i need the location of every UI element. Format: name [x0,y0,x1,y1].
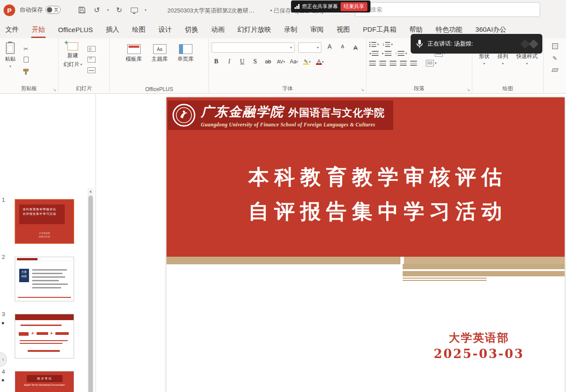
reset-slide-icon[interactable] [87,55,96,63]
menu-tab-pdf-tools[interactable]: PDF工具箱 [362,21,397,38]
page-library-icon [179,44,192,54]
underline-button[interactable]: U [237,57,247,67]
menu-tab-slideshow[interactable]: 幻灯片放映 [237,21,271,38]
search-input[interactable] [370,6,522,13]
scrollbar-thumb[interactable] [88,196,93,392]
bold-button[interactable]: B [212,57,221,67]
menu-tab-draw[interactable]: 绘图 [132,21,146,38]
menu-tab-animations[interactable]: 动画 [211,21,225,38]
copy-icon[interactable] [21,55,30,63]
text-shadow-button[interactable]: S [250,57,260,67]
italic-button[interactable]: I [225,57,234,67]
numbered-list-button[interactable]: 1▾ [383,42,393,47]
menu-tab-home[interactable]: 开始 [31,21,46,38]
tan-stripe-left [166,257,400,264]
tan-stripe-right [404,257,565,264]
eraser-icon[interactable] [550,66,559,74]
indent-lines-icon [385,51,391,56]
columns-button[interactable]: ▾ [426,60,437,67]
new-slide-button[interactable]: 新建 幻灯片 ▾ [61,41,84,85]
menu-tab-record[interactable]: 录制 [283,21,298,38]
theme-library-button[interactable]: Aa 主题库 [150,43,170,85]
character-spacing-button[interactable]: AV▾ [276,57,286,67]
paragraph-dialog-launcher-icon[interactable]: ↘ [466,88,470,92]
menu-tab-design[interactable]: 设计 [158,21,172,38]
slide-thumbnail-1[interactable]: 本科教育教学审核评估 自评报告集中学习活动 大学英语部 2025-03-03 [15,199,74,244]
change-case-button[interactable]: Aa▾ [289,57,299,67]
undo-dropdown-icon[interactable]: ▾ [107,8,109,12]
undo-icon[interactable]: ↺ [92,4,102,16]
template-library-button[interactable]: 模板库 [124,43,144,85]
new-slide-dropdown-icon[interactable]: ▾ [80,63,82,67]
slide-title-textbox[interactable]: 本科教育教学审核评估 自评报告集中学习活动 [166,163,565,225]
clipboard-dialog-launcher-icon[interactable]: ↘ [53,88,56,92]
slide-layout-icon[interactable] [87,45,96,53]
font-dialog-launcher-icon[interactable]: ↘ [361,88,364,92]
thin-line-1 [403,278,487,279]
font-size-combo[interactable]: ▾ [298,42,321,53]
theme-library-icon: Aa [153,44,166,54]
scroll-up-icon[interactable]: ▲ [87,189,94,193]
slide-1-canvas[interactable]: 广东金融学院 外国语言与文化学院 Guangdong University of… [166,97,565,392]
slide-thumbnail-3[interactable]: + + [15,314,74,359]
menu-tab-officeplus[interactable]: OfficePLUS [58,22,93,38]
search-box[interactable] [355,2,540,17]
ink-pen-icon[interactable]: ✎ [550,54,559,62]
fill-bucket-icon[interactable] [550,42,559,50]
line-spacing-button[interactable]: ↕▾ [395,51,407,56]
clear-formatting-button[interactable]: A [351,43,360,53]
paste-dropdown-icon[interactable]: ▾ [9,64,11,68]
document-title[interactable]: 20250303大学英语部第2次教研… [167,7,254,15]
thumbnail-scrollbar[interactable]: ▲ [87,188,94,392]
ribbon-group-extra: ✎ [544,38,565,93]
highlight-color-button[interactable]: ✎▾ [302,57,312,67]
font-color-button[interactable]: A▾ [315,57,325,67]
bullet-dropdown-icon: ▾ [377,42,379,46]
redo-icon[interactable]: ↻ [114,4,124,16]
menu-tab-review[interactable]: 审阅 [310,21,324,38]
increase-font-button[interactable]: Aˆ [325,43,334,53]
thumb-decor [21,325,62,326]
powerpoint-app-icon: P [4,4,15,16]
align-left-button[interactable] [369,61,376,66]
present-icon[interactable] [129,4,139,16]
justify-button[interactable] [400,61,407,66]
decrease-indent-button[interactable]: ◂ [369,51,379,56]
thumb2-header [15,257,74,261]
menu-tab-view[interactable]: 视图 [336,21,350,38]
strikethrough-button[interactable]: ab [263,57,273,67]
thumb-decor [37,332,48,335]
toolbar-overflow-icon[interactable]: ▾ [145,8,146,12]
thumb1-footer: 大学英语部 2025-03-03 [16,232,73,238]
slide-thumbnail-2[interactable]: 主要 内容 [15,257,74,301]
menu-tab-file[interactable]: 文件 [5,21,19,38]
align-right-button[interactable] [390,61,396,66]
autosave-label: 自动保存 [20,6,43,14]
slide-thumbnail-4[interactable]: 国才考试 English Test for International Comm… [15,371,74,392]
section-icon[interactable] [87,66,96,74]
slide-canvas-area[interactable]: 广东金融学院 外国语言与文化学院 Guangdong University of… [96,94,566,392]
menu-tab-insert[interactable]: 插入 [105,21,120,38]
bullet-list-button[interactable]: ▾ [369,42,379,47]
align-center-button[interactable] [379,61,386,66]
thumb-decor [19,332,29,336]
end-share-button[interactable]: 结束共享 [341,2,367,11]
distribute-button[interactable] [410,61,417,66]
eraser-glyph [551,68,558,72]
paste-button[interactable]: 粘贴 ▾ [3,41,18,85]
format-painter-icon[interactable] [21,66,30,74]
font-name-combo[interactable]: ▾ [212,42,295,53]
autosave-control[interactable]: 自动保存 关 [20,6,61,14]
page-library-button[interactable]: 单页库 [175,43,196,85]
increase-indent-button[interactable]: ▸ [382,51,391,56]
thumb-decor: + [50,330,53,336]
save-icon[interactable] [77,4,87,16]
columns-icon [426,60,434,67]
autosave-toggle[interactable]: 关 [46,6,61,14]
decrease-font-button[interactable]: Aˇ [338,43,347,53]
menu-tab-transitions[interactable]: 切换 [184,21,199,38]
slide-header-band[interactable]: 广东金融学院 外国语言与文化学院 Guangdong University of… [168,100,393,130]
slide-footer-textbox[interactable]: 大学英语部 2025-03-03 [399,330,559,361]
highlight-colorbar-icon [303,63,309,65]
cut-icon[interactable]: ✂ [21,45,30,53]
